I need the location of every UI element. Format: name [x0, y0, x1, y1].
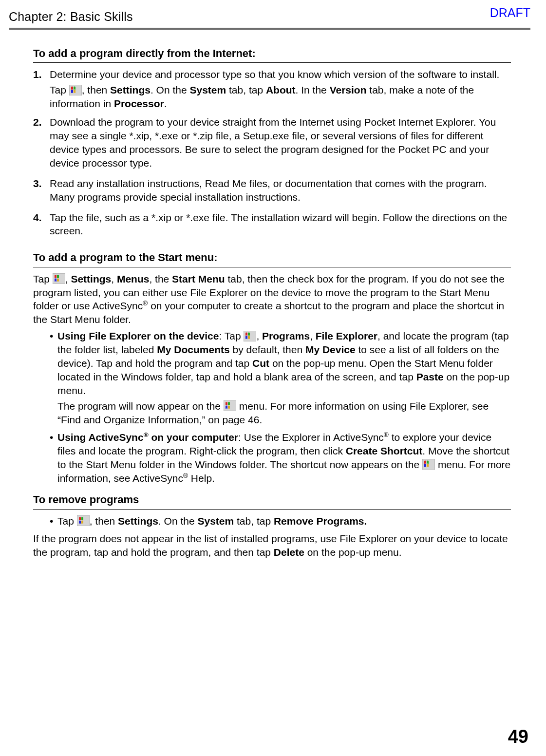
text: tab, tap — [234, 515, 274, 527]
section-rule — [33, 509, 511, 510]
text: tab, tap — [226, 84, 266, 95]
bold-processor: Processor — [114, 98, 164, 109]
text: , then — [90, 515, 118, 527]
text: Tap — [50, 84, 69, 95]
bullet-text: Using ActiveSync® on your computer: Use … — [57, 431, 511, 485]
bold-programs: Programs — [262, 330, 310, 341]
bullet-list: • Using File Explorer on the device: Tap… — [50, 329, 511, 485]
section-heading-remove: To remove programs — [33, 492, 511, 507]
text: , then — [82, 84, 110, 95]
step-text: Download the program to your device stra… — [50, 115, 511, 170]
section-rule — [33, 267, 511, 267]
remove-after-paragraph: If the program does not appear in the li… — [33, 532, 511, 559]
step-text: Read any installation instructions, Read… — [50, 177, 511, 204]
bold-my-documents: My Documents — [157, 344, 229, 355]
text: , — [256, 330, 262, 341]
step-number: 1. — [33, 68, 50, 111]
bold-remove-programs: Remove Programs. — [274, 515, 367, 527]
start-flag-icon — [224, 400, 236, 411]
step-text: Tap , then Settings. On the System tab, … — [50, 83, 511, 111]
bold-version: Version — [330, 84, 367, 95]
step-number: 4. — [33, 211, 50, 240]
bold-lead2: on your computer — [149, 432, 238, 443]
text: , the — [149, 273, 172, 284]
bold-paste: Paste — [416, 371, 444, 382]
start-flag-icon — [422, 459, 435, 470]
text: on the pop-up menu. — [304, 547, 402, 558]
text: The program will now appear on the — [57, 400, 224, 412]
start-flag-icon — [53, 273, 65, 284]
bold-lead: Using File Explorer on the device — [57, 330, 219, 341]
text: Tap — [57, 515, 77, 527]
start-flag-icon — [77, 515, 90, 526]
text: , — [111, 273, 117, 284]
bullet-dot: • — [50, 329, 57, 426]
bullet-file-explorer: • Using File Explorer on the device: Tap… — [50, 329, 511, 426]
section-heading-add-start-menu: To add a program to the Start menu: — [33, 250, 511, 265]
text: . — [164, 98, 167, 109]
text: . On the — [158, 515, 198, 527]
bold-settings: Settings — [110, 84, 151, 95]
draft-watermark: DRAFT — [490, 6, 530, 20]
text: by default, then — [230, 344, 305, 355]
bullet-text: Using File Explorer on the device: Tap ,… — [57, 329, 511, 397]
bullet-activesync: • Using ActiveSync® on your computer: Us… — [50, 431, 511, 485]
bold-settings: Settings — [118, 515, 158, 527]
bold-create-shortcut: Create Shortcut — [346, 445, 423, 456]
text: If the program does not appear in the li… — [33, 533, 508, 558]
steps-list: 1. Determine your device and processor t… — [33, 68, 511, 240]
bullet-dot: • — [50, 514, 57, 528]
step-1: 1. Determine your device and processor t… — [33, 68, 511, 111]
bold-system: System — [189, 84, 226, 95]
step-3: 3. Read any installation instructions, R… — [33, 177, 511, 206]
step-4: 4. Tap the file, such as a *.xip or *.ex… — [33, 211, 511, 240]
bullet-dot: • — [50, 431, 57, 485]
registered-symbol: ® — [143, 300, 148, 307]
start-flag-icon — [244, 331, 256, 341]
bold-lead: Using ActiveSync — [57, 432, 144, 443]
chapter-title: Chapter 2: Basic Skills — [9, 10, 133, 24]
text: . In the — [296, 84, 330, 95]
bullet-list-remove: • Tap , then Settings. On the System tab… — [50, 514, 511, 528]
bullet-text: Tap , then Settings. On the System tab, … — [57, 514, 511, 528]
registered-symbol: ® — [384, 431, 389, 438]
registered-symbol: ® — [183, 472, 188, 479]
step-number: 3. — [33, 177, 50, 206]
text: . On the — [151, 84, 190, 95]
start-flag-icon — [69, 85, 82, 95]
bold-delete: Delete — [274, 547, 304, 558]
step-2: 2. Download the program to your device s… — [33, 115, 511, 172]
registered-symbol: ® — [144, 431, 149, 438]
page-number: 49 — [508, 726, 528, 747]
bold-my-device: My Device — [305, 344, 356, 355]
text: , — [65, 273, 71, 284]
step-text: Tap the file, such as a *.xip or *.exe f… — [50, 211, 511, 238]
text: , — [310, 330, 316, 341]
text: Help. — [188, 472, 215, 484]
intro-paragraph: Tap , Settings, Menus, the Start Menu ta… — [33, 272, 511, 327]
section-rule — [33, 62, 511, 63]
bold-cut: Cut — [252, 358, 269, 369]
bold-settings: Settings — [71, 273, 111, 284]
bullet-remove: • Tap , then Settings. On the System tab… — [50, 514, 511, 528]
text: Tap — [33, 273, 53, 284]
bold-about: About — [266, 84, 296, 95]
bold-file-explorer: File Explorer — [316, 330, 377, 341]
bold-start-menu: Start Menu — [172, 273, 225, 284]
step-text: Determine your device and processor type… — [50, 68, 511, 81]
section-heading-add-internet: To add a program directly from the Inter… — [33, 46, 511, 60]
bold-menus: Menus — [117, 273, 150, 284]
text: : Use the Explorer in ActiveSync — [238, 432, 384, 443]
step-number: 2. — [33, 115, 50, 172]
bullet-text-2: The program will now appear on the menu.… — [57, 399, 511, 427]
bold-system: System — [197, 515, 234, 527]
text: : Tap — [219, 330, 244, 341]
